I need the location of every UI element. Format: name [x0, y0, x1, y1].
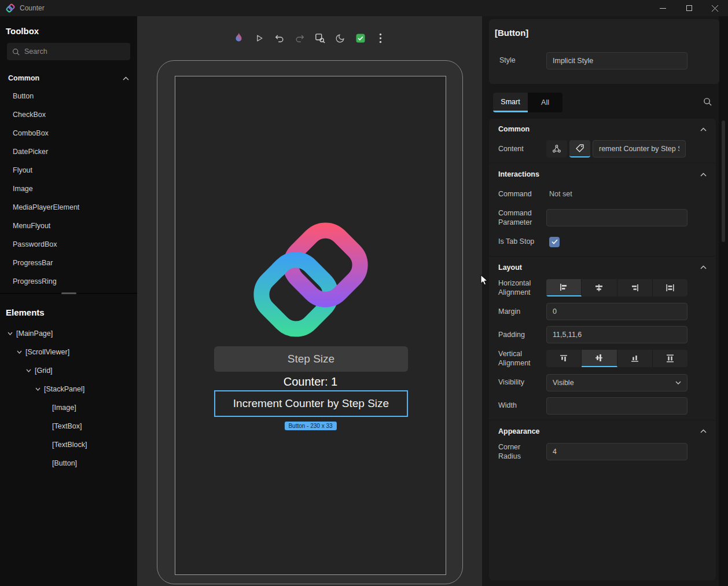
chevron-down-icon	[675, 381, 681, 384]
is-tab-stop-label: Is Tab Stop	[498, 237, 546, 246]
chevron-down-icon[interactable]	[34, 387, 42, 391]
content-row: Content	[489, 137, 716, 160]
scrollbar-thumb[interactable]	[722, 120, 725, 242]
section-interactions-header[interactable]: Interactions	[489, 163, 716, 182]
toolbox-section-common[interactable]: Common	[0, 69, 137, 87]
selected-element-title: [Button]	[495, 28, 528, 38]
toolbox-item-button[interactable]: Button	[0, 87, 137, 105]
redo-icon[interactable]	[293, 32, 306, 45]
literal-tag-icon[interactable]	[569, 140, 590, 158]
command-value[interactable]: Not set	[546, 190, 572, 198]
chevron-down-icon[interactable]	[6, 332, 14, 335]
increment-button[interactable]: Increment Counter by Step Size	[214, 390, 408, 417]
tree-item-image[interactable]: [Image]	[0, 398, 137, 417]
tree-item-label: [Grid]	[35, 367, 53, 375]
toolbox-item-combobox[interactable]: ComboBox	[0, 124, 137, 142]
tree-item-label: [StackPanel]	[44, 385, 84, 393]
command-parameter-input[interactable]	[546, 209, 687, 226]
more-options-kebab-icon[interactable]	[374, 32, 387, 45]
halign-left-icon[interactable]	[546, 279, 582, 296]
section-appearance-header[interactable]: Appearance	[489, 420, 716, 440]
toolbox-item-passwordbox[interactable]: PasswordBox	[0, 235, 137, 254]
search-icon	[12, 48, 20, 56]
panel-scrollbar[interactable]	[719, 16, 728, 586]
width-input[interactable]	[546, 397, 687, 415]
section-common-header[interactable]: Common	[489, 119, 716, 137]
chevron-up-icon	[700, 127, 707, 131]
toolbox-item-image[interactable]: Image	[0, 180, 137, 198]
play-icon[interactable]	[253, 32, 266, 45]
is-tab-stop-checkbox[interactable]	[549, 237, 560, 247]
panel-splitter[interactable]	[0, 293, 137, 298]
toolbox-item-mediaplayerelement[interactable]: MediaPlayerElement	[0, 198, 137, 217]
validation-check-icon[interactable]	[354, 32, 367, 45]
tree-item-mainpage[interactable]: [MainPage]	[0, 324, 137, 343]
corner-radius-row: Corner Radius	[489, 440, 716, 464]
tree-item-button[interactable]: [Button]	[0, 454, 137, 473]
corner-radius-input[interactable]	[546, 443, 687, 460]
window-title: Counter	[20, 4, 45, 12]
toolbox-item-checkbox[interactable]: CheckBox	[0, 105, 137, 124]
width-label: Width	[498, 401, 546, 410]
visibility-row: Visibility Visible	[489, 371, 716, 394]
design-canvas: Step Size Counter: 1 Increment Counter b…	[137, 16, 482, 586]
command-parameter-row: Command Parameter	[489, 206, 716, 230]
tab-all[interactable]: All	[528, 93, 562, 112]
chevron-down-icon[interactable]	[24, 369, 32, 372]
pick-element-icon[interactable]	[314, 32, 326, 45]
toolbox-item-menuflyout[interactable]: MenuFlyout	[0, 217, 137, 235]
halign-stretch-icon[interactable]	[653, 279, 687, 296]
command-parameter-label: Command Parameter	[498, 208, 546, 228]
hot-design-flame-icon[interactable]	[233, 32, 245, 45]
style-label: Style	[499, 56, 516, 64]
theme-toggle-moon-icon[interactable]	[334, 32, 347, 45]
toolbox-item-progressring[interactable]: ProgressRing	[0, 272, 137, 291]
tree-item-label: [Button]	[52, 459, 77, 467]
tree-item-grid[interactable]: [Grid]	[0, 361, 137, 380]
horizontal-alignment-label: Horizontal Alignment	[498, 279, 546, 298]
toolbox-item-progressbar[interactable]: ProgressBar	[0, 254, 137, 272]
properties-search-icon[interactable]	[703, 97, 712, 106]
vertical-alignment-group	[546, 350, 687, 367]
halign-center-icon[interactable]	[582, 279, 617, 296]
toolbox-item-datepicker[interactable]: DatePicker	[0, 142, 137, 161]
halign-right-icon[interactable]	[617, 279, 653, 296]
tree-item-scrollviewer[interactable]: [ScrollViewer]	[0, 343, 137, 361]
undo-icon[interactable]	[273, 32, 286, 45]
chevron-up-icon	[700, 265, 707, 269]
tree-item-label: [TextBox]	[52, 422, 82, 430]
valign-center-icon[interactable]	[582, 350, 617, 367]
visibility-select[interactable]: Visible	[546, 374, 687, 391]
splitter-handle[interactable]	[61, 292, 76, 294]
margin-input[interactable]	[546, 303, 687, 320]
tree-item-label: [Image]	[52, 404, 76, 412]
width-row: Width	[489, 394, 716, 417]
maximize-button[interactable]	[676, 0, 702, 16]
chevron-down-icon[interactable]	[15, 350, 23, 354]
tab-smart[interactable]: Smart	[493, 93, 528, 112]
padding-input[interactable]	[546, 326, 687, 343]
canvas-toolbar	[137, 28, 482, 49]
tree-item-textblock[interactable]: [TextBlock]	[0, 435, 137, 454]
minimize-button[interactable]	[650, 0, 676, 16]
tree-item-stackpanel[interactable]: [StackPanel]	[0, 380, 137, 398]
valign-top-icon[interactable]	[546, 350, 582, 367]
search-input[interactable]	[24, 47, 125, 56]
step-size-textbox[interactable]: Step Size	[214, 346, 408, 372]
close-button[interactable]	[702, 0, 728, 16]
counter-textblock[interactable]: Counter: 1	[175, 375, 446, 389]
properties-sections: Common Content Interactions Command	[489, 119, 716, 580]
uno-platform-logo[interactable]	[248, 217, 373, 342]
binding-icon[interactable]	[546, 140, 567, 158]
valign-stretch-icon[interactable]	[653, 350, 687, 367]
content-input[interactable]	[593, 140, 686, 158]
horizontal-alignment-row: Horizontal Alignment	[489, 276, 716, 301]
valign-bottom-icon[interactable]	[617, 350, 653, 367]
toolbox-search[interactable]	[7, 43, 130, 60]
toolbox-item-flyout[interactable]: Flyout	[0, 161, 137, 180]
visibility-label: Visibility	[498, 378, 546, 387]
tree-item-textbox[interactable]: [TextBox]	[0, 417, 137, 435]
tree-item-label: [TextBlock]	[52, 441, 87, 449]
style-input[interactable]	[546, 52, 687, 69]
section-layout-header[interactable]: Layout	[489, 256, 716, 276]
